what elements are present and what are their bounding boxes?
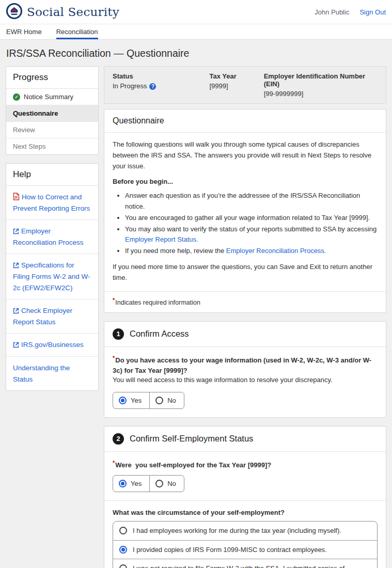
before-bullet: You may also want to verify the status o…	[125, 224, 378, 246]
self-employed-question: *Were you self-employed for the Tax Year…	[113, 459, 378, 470]
access-yesno-group: Yes No	[113, 392, 184, 409]
help-link[interactable]: IRS.gov/Businesses	[13, 341, 84, 349]
help-link[interactable]: Employer Reconciliation Process	[13, 227, 84, 246]
radio-icon[interactable]	[119, 564, 127, 568]
pdf-icon	[13, 193, 22, 201]
tab-reconciliation[interactable]: Reconciliation	[56, 24, 98, 39]
self-employed-yes-option[interactable]: Yes	[113, 476, 149, 492]
radio-icon[interactable]	[119, 546, 127, 554]
access-question: *Do you have access to your wage informa…	[113, 354, 378, 375]
progress-item-review: Review	[6, 122, 98, 138]
external-link-icon	[13, 261, 21, 269]
tax-year-value: [9999]	[209, 82, 263, 90]
section-confirm-access: 1 Confirm Access *Do you have access to …	[104, 321, 386, 418]
progress-list: ✓Notice SummaryQuestionnaireReviewNext S…	[6, 89, 98, 154]
help-item-understanding-the-status[interactable]: Understanding the Status	[6, 357, 98, 390]
before-bullet: If you need more help, review the Employ…	[125, 246, 378, 257]
self-employed-no-option[interactable]: No	[149, 476, 184, 492]
help-item-irs-gov-businesses[interactable]: IRS.gov/Businesses	[6, 334, 98, 357]
sign-out-link[interactable]: Sign Out	[359, 8, 386, 16]
circumstance-option-3[interactable]: I was not required to file Forms W-2 wit…	[113, 559, 377, 568]
check-icon: ✓	[13, 93, 20, 101]
help-item-employer-reconciliation-process[interactable]: Employer Reconciliation Process	[6, 220, 98, 254]
help-card: Help How to Correct and Prevent Reportin…	[6, 163, 99, 391]
questionnaire-heading: Questionnaire	[104, 109, 386, 133]
circumstance-option-2[interactable]: I provided copies of IRS Form 1099-MISC …	[113, 541, 377, 560]
section-2-number-icon: 2	[113, 433, 124, 445]
radio-icon[interactable]	[119, 480, 127, 487]
external-link-icon	[13, 341, 21, 349]
help-heading: Help	[6, 164, 98, 186]
before-you-begin-heading: Before you begin...	[113, 177, 378, 187]
main-content: Status In Progress? Tax Year [9999] Empl…	[104, 66, 386, 568]
external-link-icon	[13, 227, 21, 235]
yes-label: Yes	[131, 397, 142, 404]
progress-item-label: Questionnaire	[13, 109, 58, 117]
status-value: In Progress?	[113, 82, 209, 90]
radio-icon[interactable]	[155, 480, 163, 487]
brand-title: Social Security	[27, 5, 119, 19]
circumstance-question: What was the circumstance of your self-e…	[113, 508, 378, 518]
save-exit-note: If you need more time to answer the ques…	[113, 262, 378, 283]
tax-year-label: Tax Year	[209, 72, 263, 80]
ssa-seal-icon	[6, 3, 22, 21]
no-label: No	[167, 397, 176, 404]
questionnaire-card: Questionnaire The following questions wi…	[104, 109, 386, 313]
help-item-how-to-correct-and-prevent-reporting-errors[interactable]: How to Correct and Prevent Reporting Err…	[6, 186, 98, 220]
status-label: Status	[113, 72, 209, 80]
progress-item-label: Notice Summary	[24, 93, 73, 101]
radio-icon[interactable]	[155, 397, 163, 404]
access-no-option[interactable]: No	[149, 392, 184, 408]
progress-card: Progress ✓Notice SummaryQuestionnaireRev…	[6, 66, 99, 155]
help-item-specifications-for-filing-forms-w-2-and-w-2c-efw2-efw2c[interactable]: Specifications for Filing Forms W-2 and …	[6, 254, 98, 299]
option-label: I was not required to file Forms W-2 wit…	[133, 563, 371, 568]
user-name: John Public	[315, 8, 349, 16]
top-nav: EWR Home Reconciliation	[0, 24, 392, 40]
help-link[interactable]: Specifications for Filing Forms W-2 and …	[13, 261, 90, 291]
required-asterisk: *	[113, 297, 115, 303]
sidebar: Progress ✓Notice SummaryQuestionnaireRev…	[6, 66, 99, 391]
section-self-employment: 2 Confirm Self-Employment Status *Were y…	[104, 426, 386, 568]
page-title: IRS/SSA Reconciliation — Questionnaire	[0, 40, 392, 66]
intro-text: The following questions will walk you th…	[113, 139, 378, 171]
self-employed-yesno-group: Yes No	[113, 475, 184, 492]
progress-item-questionnaire[interactable]: Questionnaire	[6, 105, 98, 122]
help-link[interactable]: How to Correct and Prevent Reporting Err…	[13, 193, 90, 212]
no-label: No	[167, 480, 176, 487]
app-header: Social Security John Public Sign Out	[0, 0, 392, 24]
help-link[interactable]: Check Employer Report Status	[13, 307, 72, 326]
circumstance-options: I had employees working for me during th…	[113, 521, 378, 568]
status-bar: Status In Progress? Tax Year [9999] Empl…	[104, 66, 386, 104]
help-list: How to Correct and Prevent Reporting Err…	[6, 186, 98, 390]
inline-link-employer-reconciliation-process[interactable]: Employer Reconciliation Process.	[226, 247, 326, 255]
ssa-brand: Social Security	[6, 3, 119, 21]
access-yes-option[interactable]: Yes	[113, 392, 149, 408]
before-bullet: You are encouraged to gather all your wa…	[125, 213, 378, 224]
radio-icon[interactable]	[119, 397, 127, 404]
before-bullets: Answer each question as if you’re the ad…	[113, 191, 378, 257]
help-question-icon[interactable]: ?	[149, 83, 156, 90]
section-1-title: Confirm Access	[130, 329, 189, 339]
progress-item-next-steps: Next Steps	[6, 138, 98, 154]
section-2-header: 2 Confirm Self-Employment Status	[104, 427, 386, 452]
progress-item-label: Review	[13, 126, 35, 134]
inline-link-employer-report-status[interactable]: Employer Report Status.	[125, 235, 198, 243]
ein-label: Employer Identification Number (EIN)	[264, 72, 378, 88]
tab-ewr-home[interactable]: EWR Home	[6, 24, 42, 39]
before-bullet: Answer each question as if you’re the ad…	[125, 191, 378, 212]
progress-heading: Progress	[6, 67, 98, 89]
help-item-check-employer-report-status[interactable]: Check Employer Report Status	[6, 299, 98, 334]
yes-label: Yes	[131, 480, 142, 487]
section-1-header: 1 Confirm Access	[104, 322, 386, 347]
section-2-title: Confirm Self-Employment Status	[130, 434, 253, 444]
help-link[interactable]: Understanding the Status	[13, 364, 70, 383]
progress-item-notice-summary[interactable]: ✓Notice Summary	[6, 89, 98, 105]
section-1-number-icon: 1	[113, 328, 124, 340]
required-note: *Indicates required information	[104, 291, 386, 312]
external-link-icon	[13, 307, 21, 314]
circumstance-option-1[interactable]: I had employees working for me during th…	[113, 522, 377, 541]
radio-icon[interactable]	[119, 527, 127, 534]
option-label: I provided copies of IRS Form 1099-MISC …	[133, 545, 327, 555]
ein-value: [99-9999999]	[264, 90, 378, 98]
progress-item-label: Next Steps	[13, 143, 46, 150]
